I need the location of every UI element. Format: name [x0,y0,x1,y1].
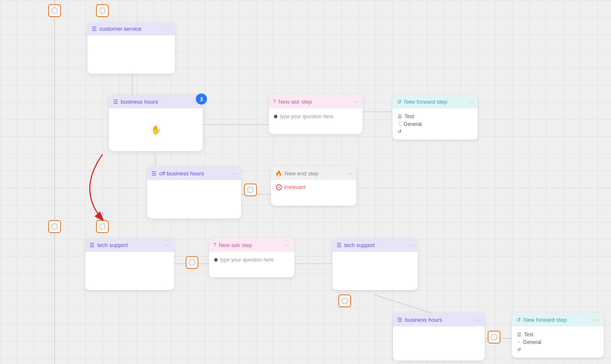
ask1-placeholder: type your question here [280,114,333,119]
menu-dots-obh[interactable]: ··· [232,170,237,177]
node-header-bh2: ☰ business hours ··· [393,313,485,326]
list-icon-fwd2-1: ☰ [517,332,521,338]
handle-ask2-connector[interactable] [186,256,198,269]
fire-icon-end: 🔥 [275,170,282,177]
handle-inner-fwd2 [491,334,498,341]
node-tech-support-1: ☰ tech support ··· [85,238,174,290]
node-header-left-cs: ☰ customer service [92,26,141,32]
node-body-fwd2: ☰ Test └ General ↺ [512,326,604,358]
node-header-fwd1: ↺ New forward step ··· [393,95,478,108]
list-icon-ts1: ☰ [90,242,95,248]
handle-inner-ts2 [341,297,348,304]
forward-icon-fwd2: ↺ [516,317,521,323]
node-header-ts2: ☰ tech support ··· [332,238,418,252]
menu-dots-fwd1[interactable]: ··· [468,98,474,105]
menu-dots-cs[interactable]: ··· [166,25,171,32]
handle-left-rail-1[interactable] [48,220,61,233]
node-header-left-ask2: ? New ask step [213,242,252,248]
list-icon-fwd1-1: ☰ [398,114,402,119]
ask2-placeholder: type your question here [220,257,273,263]
fwd2-item-2: └ General [517,338,599,346]
undo-icon-fwd2-3: ↺ [517,347,521,352]
handle-top-2[interactable] [96,4,109,17]
dot-ask2 [214,258,218,262]
node-customer-service: ☰ customer service ··· [87,22,175,74]
handle-fwd2-connector[interactable] [488,331,500,344]
node-header-left-end: 🔥 New end step [275,170,319,177]
menu-dots-bh2[interactable]: ··· [475,316,480,323]
node-header-left-bh2: ☰ business hours [397,317,442,323]
handle-inner-ask2 [189,259,195,266]
node-body-ts1 [85,252,174,290]
handle-end-connector[interactable] [244,183,257,196]
line-ts2-bh2 [373,294,431,313]
node-header-end: 🔥 New end step ··· [271,166,356,180]
node-new-ask-step-1: ? New ask step ··· type your question he… [269,95,363,134]
node-new-forward-step-1: ↺ New forward step ··· ☰ Test └ General … [393,95,478,140]
badge-bh1: 3 [196,93,207,105]
node-label-fwd2: New forward step [524,317,567,323]
branch-icon-fwd2-2: └ [517,340,521,345]
node-off-business-hours: ☰ off business hours ··· [147,166,241,218]
node-body-ask2: type your question here [209,252,294,277]
fwd1-item-2: └ General [398,120,473,128]
menu-dots-ts1[interactable]: ··· [165,242,170,248]
node-label-ts1: tech support [97,242,128,248]
node-label-bh1: business hours [121,99,158,105]
node-header-left-ts2: ☰ tech support [337,242,375,248]
fwd2-label-2: General [523,339,541,345]
node-business-hours-2: ☰ business hours ··· [393,313,485,361]
node-header-left-ts1: ☰ tech support [90,242,128,248]
node-new-ask-step-2: ? New ask step ··· type your question he… [209,238,294,277]
menu-dots-end[interactable]: ··· [347,170,352,177]
node-body-cs [87,35,175,74]
fwd1-label-2: General [404,121,422,127]
menu-dots-ask2[interactable]: ··· [285,242,290,248]
handle-inner-lr1 [51,223,58,230]
arrow-business-to-tech [90,154,104,221]
node-business-hours-1: ☰ business hours ··· ✋ [109,95,203,151]
node-header-bh1: ☰ business hours ··· [109,95,203,108]
node-new-forward-step-2: ↺ New forward step ··· ☰ Test └ General … [512,313,604,358]
question-icon-ask2: ? [213,242,216,248]
node-body-bh1: ✋ [109,108,203,151]
menu-dots-ask1[interactable]: ··· [353,98,358,105]
node-header-left-fwd1: ↺ New forward step [397,99,447,105]
handle-top-1[interactable] [48,4,61,17]
menu-dots-fwd2[interactable]: ··· [594,316,599,323]
node-body-end: ✕ Irrelevant [271,180,356,206]
list-icon-cs: ☰ [92,26,97,32]
node-header-obh: ☰ off business hours ··· [147,166,241,180]
node-label-ask2: New ask step [219,242,252,248]
menu-dots-ts2[interactable]: ··· [408,242,413,248]
branch-icon-fwd1-2: └ [398,122,401,127]
handle-inner-top-1 [51,7,58,14]
x-circle-icon: ✕ [276,184,282,190]
node-header-customer-service: ☰ customer service ··· [87,22,175,35]
node-body-fwd1: ☰ Test └ General ↺ [393,108,478,140]
node-header-fwd2: ↺ New forward step ··· [512,313,604,326]
node-header-left-ask1: ? New ask step [273,99,312,105]
node-label-ask1: New ask step [279,99,312,105]
ask2-body-item: type your question here [214,256,289,264]
node-tech-support-2: ☰ tech support ··· [332,238,418,290]
grab-icon-bh1: ✋ [151,125,161,135]
undo-icon-fwd1-3: ↺ [398,129,402,134]
handle-ts2-connector[interactable] [338,294,351,307]
forward-icon-fwd1: ↺ [397,99,402,105]
node-label-ts2: tech support [344,242,375,248]
irrelevant-badge: ✕ Irrelevant [276,184,351,190]
handle-inner-lr2 [99,223,106,230]
node-body-ts2 [332,252,418,290]
node-header-ts1: ☰ tech support ··· [85,238,174,252]
ask1-body-item: type your question here [274,113,358,120]
node-body-ask1: type your question here [269,108,363,134]
list-icon-ts2: ☰ [337,242,342,248]
handle-inner-end [247,186,254,193]
fwd2-item-3: ↺ [517,346,599,353]
node-label-fwd1: New forward step [404,99,447,105]
list-icon-bh2: ☰ [397,317,402,323]
node-label-end: New end step [285,170,319,177]
handle-left-rail-2[interactable] [96,220,109,233]
node-header-left-fwd2: ↺ New forward step [516,317,567,323]
